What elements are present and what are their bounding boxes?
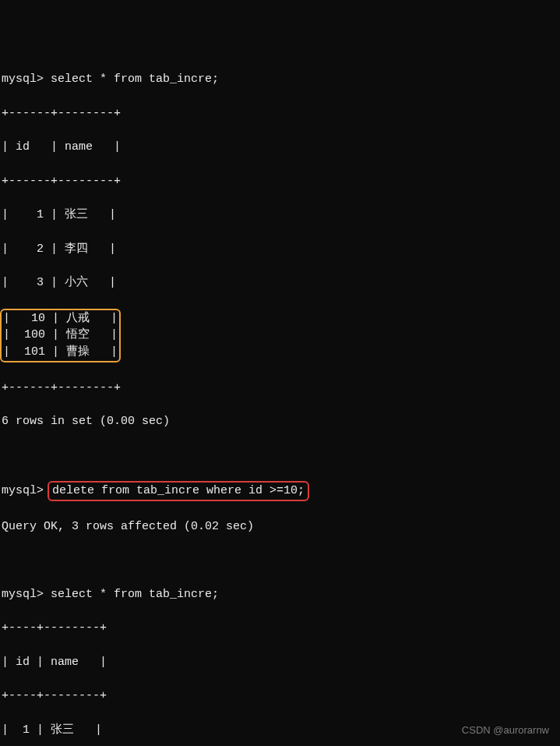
blank-2	[2, 552, 558, 569]
table1-header: | id | name |	[2, 139, 558, 156]
mysql-prompt: mysql>	[2, 588, 44, 601]
table2-header: | id | name |	[2, 654, 558, 671]
query-line-3: mysql> select * from tab_incre;	[2, 586, 558, 603]
table1-sep-top: +------+--------+	[2, 105, 558, 122]
table1-row-4: | 10 | 八戒 |	[3, 312, 118, 325]
mysql-prompt: mysql>	[2, 72, 44, 86]
table1-row-3: | 3 | 小六 |	[2, 274, 558, 292]
table1-row-5: | 100 | 悟空 |	[3, 328, 118, 341]
sql-select-2: select * from tab_incre;	[51, 588, 219, 601]
highlighted-rows: | 10 | 八戒 | | 100 | 悟空 | | 101 | 曹操 |	[2, 309, 558, 362]
terminal-screenshot: { "prompt": "mysql>", "query1": "select …	[0, 0, 560, 746]
watermark: CSDN @aurorarnw	[462, 723, 549, 738]
sql-select-1: select * from tab_incre;	[51, 72, 219, 86]
table1-sep-mid: +------+--------+	[2, 173, 558, 190]
query-line-1: mysql> select * from tab_incre;	[2, 71, 558, 88]
table2-sep-mid: +----+--------+	[2, 688, 558, 705]
table1-row-6: | 101 | 曹操 |	[3, 345, 118, 359]
table2-sep-top: +----+--------+	[2, 620, 558, 637]
query-line-2: mysql> delete from tab_incre where id >=…	[2, 481, 558, 501]
sql-delete: delete from tab_incre where id >=10;	[48, 481, 309, 501]
table1-row-1: | 1 | 张三 |	[2, 207, 558, 224]
table1-row-2: | 2 | 李四 |	[2, 241, 558, 258]
blank-1	[2, 447, 558, 465]
table1-sep-bot: +------+--------+	[2, 380, 558, 397]
mysql-prompt: mysql>	[2, 484, 44, 497]
table1-result: 6 rows in set (0.00 sec)	[2, 413, 558, 430]
query2-result: Query OK, 3 rows affected (0.02 sec)	[2, 518, 558, 536]
